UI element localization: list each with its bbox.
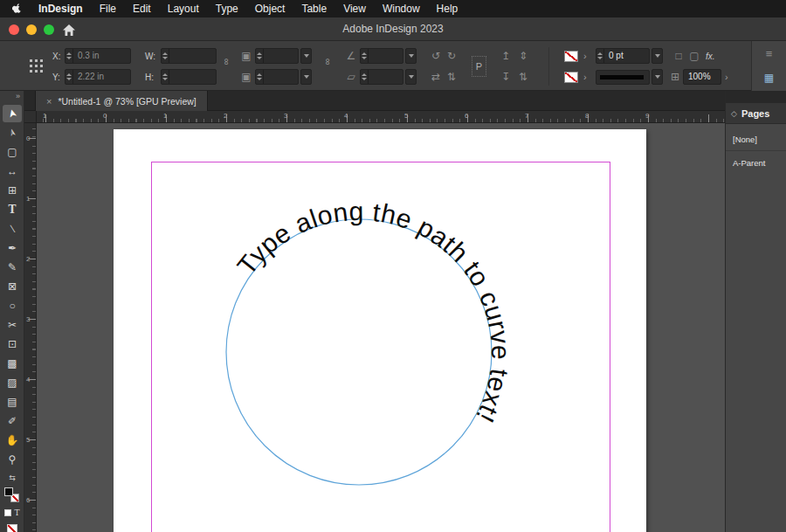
x-stepper[interactable] bbox=[66, 49, 73, 63]
menu-item-indesign[interactable]: InDesign bbox=[38, 3, 83, 15]
vertical-ruler[interactable]: 0 1 2 3 4 5 6 bbox=[24, 123, 37, 532]
fill-stroke-proxy[interactable] bbox=[4, 487, 20, 503]
eyedropper-tool[interactable]: ✐ bbox=[3, 412, 22, 430]
scale-y-field[interactable] bbox=[255, 69, 299, 85]
pencil-tool[interactable]: ✎ bbox=[3, 259, 22, 276]
rotate-cw-button[interactable]: ↻ bbox=[445, 48, 458, 65]
height-stepper[interactable] bbox=[162, 70, 169, 84]
ellipse-tool[interactable]: ○ bbox=[3, 297, 22, 314]
fill-proxy-swatch[interactable] bbox=[4, 487, 13, 496]
page-tool[interactable]: ▢ bbox=[3, 143, 22, 161]
y-stepper[interactable] bbox=[66, 70, 73, 84]
ruler-corner[interactable] bbox=[24, 111, 37, 123]
rotation-stepper[interactable] bbox=[361, 49, 369, 63]
tab-close-icon[interactable]: × bbox=[46, 96, 52, 107]
align-bottom-button[interactable]: ↧ bbox=[500, 69, 512, 86]
pen-tool[interactable]: ✒ bbox=[3, 239, 22, 257]
hruler-tick-label: 7 bbox=[525, 112, 528, 120]
flip-horizontal-button[interactable]: ⇄ bbox=[430, 69, 442, 86]
shear-dropdown[interactable] bbox=[405, 69, 417, 85]
screen-mode-icon[interactable]: ▦ bbox=[764, 70, 774, 86]
ellipse-tool-icon: ○ bbox=[9, 301, 15, 311]
gradient-feather-tool[interactable]: ▨ bbox=[3, 374, 22, 391]
stroke-color-none-swatch[interactable] bbox=[564, 51, 578, 62]
pages-panel-header[interactable]: ◇ Pages bbox=[726, 103, 786, 124]
fill-swatch-arrow[interactable]: › bbox=[583, 69, 587, 86]
shear-stepper[interactable] bbox=[361, 70, 369, 84]
scissors-tool[interactable]: ✂ bbox=[3, 316, 22, 334]
apple-menu[interactable] bbox=[12, 3, 22, 15]
panel-menu-icon[interactable]: ≡ bbox=[766, 45, 773, 62]
path-text[interactable]: Type along the path to curve text! bbox=[231, 197, 515, 428]
constrain-dimensions-link-icon[interactable]: ∞ bbox=[222, 59, 232, 66]
scale-y-stepper[interactable] bbox=[256, 70, 264, 84]
document-canvas[interactable]: Type along the path to curve text! bbox=[37, 123, 725, 532]
align-top-button[interactable]: ↥ bbox=[500, 48, 512, 65]
menu-item-edit[interactable]: Edit bbox=[133, 3, 151, 15]
width-field[interactable] bbox=[161, 48, 217, 64]
x-position-field[interactable]: 0.3 in bbox=[65, 48, 131, 64]
scale-x-field[interactable] bbox=[255, 48, 299, 64]
pages-item-none[interactable]: [None] bbox=[726, 128, 786, 151]
tools-panel-expand-icon[interactable]: » bbox=[0, 91, 24, 103]
free-transform-tool[interactable]: ⊡ bbox=[3, 335, 22, 353]
fill-color-none-swatch[interactable] bbox=[564, 72, 578, 83]
menu-item-layout[interactable]: Layout bbox=[168, 3, 199, 15]
stroke-weight-dropdown[interactable] bbox=[652, 48, 663, 64]
frame-fitting-icon[interactable]: ▢ bbox=[688, 48, 700, 65]
rectangle-frame-tool-icon: ⊠ bbox=[8, 281, 17, 292]
rectangle-frame-tool[interactable]: ⊠ bbox=[3, 278, 22, 295]
stroke-swatch-arrow[interactable]: › bbox=[583, 48, 587, 65]
effects-button[interactable]: fx. bbox=[706, 48, 715, 65]
pages-item-a-parent[interactable]: A-Parent bbox=[726, 151, 786, 175]
panel-collapse-icon[interactable]: ◇ bbox=[731, 109, 737, 118]
swap-fill-stroke-icon[interactable]: ⇆ bbox=[0, 473, 24, 482]
formatting-affects-container-button[interactable] bbox=[4, 509, 11, 516]
scale-y-dropdown[interactable] bbox=[300, 69, 312, 85]
gap-tool[interactable]: ↔ bbox=[3, 162, 22, 180]
selection-tool[interactable]: ➤ bbox=[3, 105, 22, 122]
hand-tool[interactable]: ✋ bbox=[3, 432, 22, 449]
horizontal-ruler[interactable]: 1 0 1 2 3 4 5 6 7 8 9 bbox=[37, 111, 725, 123]
menu-item-type[interactable]: Type bbox=[216, 3, 238, 15]
line-tool[interactable]: ∕ bbox=[3, 220, 22, 238]
menu-item-table[interactable]: Table bbox=[301, 3, 327, 15]
stroke-style-dropdown[interactable] bbox=[596, 70, 650, 85]
direct-selection-tool[interactable]: ➢ bbox=[3, 124, 22, 142]
stroke-style-arrow[interactable] bbox=[652, 69, 663, 85]
apply-none-button[interactable] bbox=[7, 524, 17, 532]
stroke-weight-stepper[interactable] bbox=[596, 49, 604, 63]
rotate-ccw-button[interactable]: ↺ bbox=[430, 48, 442, 65]
scale-x-dropdown[interactable] bbox=[300, 48, 312, 64]
formatting-affects-text-button[interactable]: T bbox=[14, 508, 19, 517]
height-label: H: bbox=[145, 69, 154, 86]
document-tab[interactable]: × *Untitled-1 @ 73% [GPU Preview] bbox=[35, 91, 208, 111]
view-percent-field[interactable]: 100% bbox=[683, 69, 721, 85]
shear-angle-field[interactable] bbox=[360, 69, 403, 85]
shear-value bbox=[369, 70, 373, 84]
menu-item-object[interactable]: Object bbox=[255, 3, 286, 15]
width-stepper[interactable] bbox=[162, 49, 169, 63]
menu-item-view[interactable]: View bbox=[343, 3, 366, 15]
rotation-angle-field[interactable] bbox=[360, 48, 403, 64]
distribute-button[interactable]: ⇅ bbox=[517, 69, 529, 86]
menu-item-window[interactable]: Window bbox=[383, 3, 420, 15]
scale-x-stepper[interactable] bbox=[256, 49, 264, 63]
view-percent-arrow[interactable]: › bbox=[725, 69, 728, 86]
corner-options-icon[interactable]: □ bbox=[672, 48, 685, 65]
gradient-swatch-tool[interactable]: ▩ bbox=[3, 355, 22, 372]
reference-point-proxy[interactable] bbox=[30, 59, 32, 62]
height-field[interactable] bbox=[161, 69, 217, 85]
rotation-dropdown[interactable] bbox=[405, 48, 417, 64]
y-position-field[interactable]: 2.22 in bbox=[65, 69, 131, 85]
stroke-weight-field[interactable]: 0 pt bbox=[596, 48, 650, 64]
constrain-scale-link-icon[interactable]: ∞ bbox=[323, 59, 334, 66]
align-middle-button[interactable]: ⇕ bbox=[517, 48, 529, 65]
menu-item-help[interactable]: Help bbox=[437, 3, 458, 15]
menu-item-file[interactable]: File bbox=[100, 3, 116, 15]
type-tool[interactable]: T bbox=[3, 201, 22, 218]
flip-vertical-button[interactable]: ⇅ bbox=[445, 69, 458, 86]
content-collector-tool[interactable]: ⊞ bbox=[3, 182, 22, 199]
note-tool[interactable]: ▤ bbox=[3, 393, 22, 411]
zoom-tool[interactable]: ⚲ bbox=[3, 451, 22, 468]
